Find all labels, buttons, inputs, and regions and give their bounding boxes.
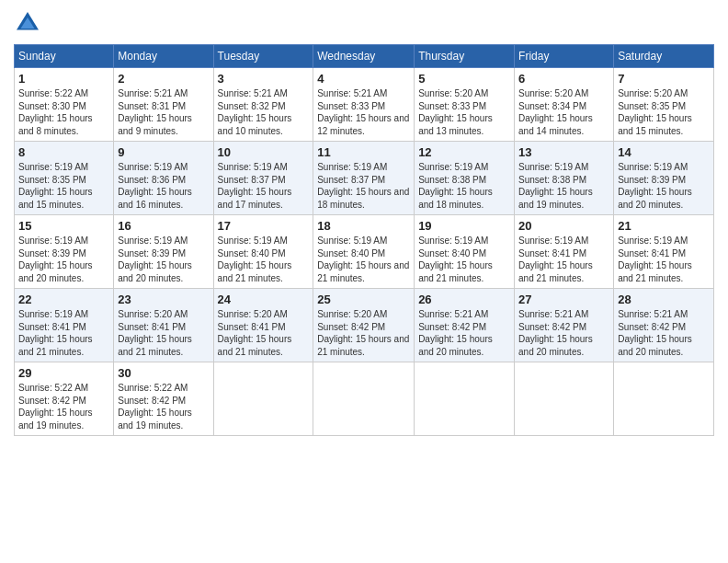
calendar-cell: 9 Sunrise: 5:19 AM Sunset: 8:36 PM Dayli… bbox=[114, 142, 213, 215]
day-number: 1 bbox=[18, 72, 109, 86]
day-number: 7 bbox=[618, 72, 710, 86]
day-number: 6 bbox=[518, 72, 609, 86]
calendar-cell: 22 Sunrise: 5:19 AM Sunset: 8:41 PM Dayl… bbox=[15, 289, 114, 362]
week-row-4: 22 Sunrise: 5:19 AM Sunset: 8:41 PM Dayl… bbox=[15, 289, 714, 362]
header bbox=[14, 9, 714, 37]
day-info: Sunrise: 5:19 AM Sunset: 8:37 PM Dayligh… bbox=[218, 161, 310, 211]
col-header-monday: Monday bbox=[114, 45, 213, 68]
calendar-cell: 6 Sunrise: 5:20 AM Sunset: 8:34 PM Dayli… bbox=[515, 68, 614, 142]
calendar-table: SundayMondayTuesdayWednesdayThursdayFrid… bbox=[14, 44, 714, 436]
day-number: 4 bbox=[317, 72, 410, 86]
week-row-1: 1 Sunrise: 5:22 AM Sunset: 8:30 PM Dayli… bbox=[15, 68, 714, 142]
day-number: 20 bbox=[518, 219, 609, 233]
day-info: Sunrise: 5:19 AM Sunset: 8:39 PM Dayligh… bbox=[118, 235, 209, 284]
day-info: Sunrise: 5:21 AM Sunset: 8:32 PM Dayligh… bbox=[218, 87, 310, 137]
calendar-cell bbox=[213, 362, 313, 436]
calendar-cell: 24 Sunrise: 5:20 AM Sunset: 8:41 PM Dayl… bbox=[213, 289, 313, 362]
calendar-cell: 10 Sunrise: 5:19 AM Sunset: 8:37 PM Dayl… bbox=[213, 142, 313, 215]
day-info: Sunrise: 5:22 AM Sunset: 8:42 PM Dayligh… bbox=[118, 382, 209, 431]
calendar-cell: 4 Sunrise: 5:21 AM Sunset: 8:33 PM Dayli… bbox=[313, 68, 415, 142]
calendar-cell: 1 Sunrise: 5:22 AM Sunset: 8:30 PM Dayli… bbox=[15, 68, 114, 142]
day-number: 13 bbox=[518, 145, 609, 159]
day-number: 5 bbox=[418, 72, 510, 86]
day-info: Sunrise: 5:21 AM Sunset: 8:42 PM Dayligh… bbox=[618, 308, 710, 358]
day-info: Sunrise: 5:20 AM Sunset: 8:33 PM Dayligh… bbox=[418, 87, 510, 137]
day-info: Sunrise: 5:19 AM Sunset: 8:40 PM Dayligh… bbox=[218, 235, 310, 284]
day-info: Sunrise: 5:19 AM Sunset: 8:40 PM Dayligh… bbox=[418, 235, 510, 284]
calendar-cell: 3 Sunrise: 5:21 AM Sunset: 8:32 PM Dayli… bbox=[213, 68, 313, 142]
day-number: 24 bbox=[218, 293, 310, 306]
calendar-cell bbox=[313, 362, 415, 436]
day-info: Sunrise: 5:19 AM Sunset: 8:36 PM Dayligh… bbox=[118, 161, 209, 211]
calendar-cell: 14 Sunrise: 5:19 AM Sunset: 8:39 PM Dayl… bbox=[614, 142, 714, 215]
calendar-cell: 29 Sunrise: 5:22 AM Sunset: 8:42 PM Dayl… bbox=[15, 362, 114, 436]
day-info: Sunrise: 5:20 AM Sunset: 8:42 PM Dayligh… bbox=[317, 308, 410, 358]
day-number: 17 bbox=[218, 219, 310, 233]
day-info: Sunrise: 5:19 AM Sunset: 8:41 PM Dayligh… bbox=[18, 308, 109, 358]
day-number: 28 bbox=[618, 293, 710, 306]
day-number: 10 bbox=[218, 145, 310, 159]
calendar-cell bbox=[515, 362, 614, 436]
col-header-sunday: Sunday bbox=[15, 45, 114, 68]
day-info: Sunrise: 5:20 AM Sunset: 8:41 PM Dayligh… bbox=[218, 308, 310, 358]
day-number: 21 bbox=[618, 219, 710, 233]
calendar-cell: 19 Sunrise: 5:19 AM Sunset: 8:40 PM Dayl… bbox=[415, 215, 515, 289]
week-row-5: 29 Sunrise: 5:22 AM Sunset: 8:42 PM Dayl… bbox=[15, 362, 714, 436]
day-number: 19 bbox=[418, 219, 510, 233]
page-container: SundayMondayTuesdayWednesdayThursdayFrid… bbox=[0, 0, 728, 563]
day-info: Sunrise: 5:20 AM Sunset: 8:35 PM Dayligh… bbox=[618, 87, 710, 137]
col-header-tuesday: Tuesday bbox=[213, 45, 313, 68]
day-info: Sunrise: 5:19 AM Sunset: 8:38 PM Dayligh… bbox=[518, 161, 609, 211]
day-info: Sunrise: 5:20 AM Sunset: 8:41 PM Dayligh… bbox=[118, 308, 209, 358]
day-number: 26 bbox=[418, 293, 510, 306]
day-info: Sunrise: 5:19 AM Sunset: 8:38 PM Dayligh… bbox=[418, 161, 510, 211]
day-info: Sunrise: 5:19 AM Sunset: 8:39 PM Dayligh… bbox=[618, 161, 710, 211]
calendar-cell: 30 Sunrise: 5:22 AM Sunset: 8:42 PM Dayl… bbox=[114, 362, 213, 436]
day-number: 12 bbox=[418, 145, 510, 159]
calendar-cell: 28 Sunrise: 5:21 AM Sunset: 8:42 PM Dayl… bbox=[614, 289, 714, 362]
day-number: 16 bbox=[118, 219, 209, 233]
calendar-cell: 15 Sunrise: 5:19 AM Sunset: 8:39 PM Dayl… bbox=[15, 215, 114, 289]
calendar-cell: 27 Sunrise: 5:21 AM Sunset: 8:42 PM Dayl… bbox=[515, 289, 614, 362]
day-info: Sunrise: 5:22 AM Sunset: 8:30 PM Dayligh… bbox=[18, 87, 109, 137]
day-number: 25 bbox=[317, 293, 410, 306]
calendar-cell: 25 Sunrise: 5:20 AM Sunset: 8:42 PM Dayl… bbox=[313, 289, 415, 362]
day-number: 22 bbox=[18, 293, 109, 306]
col-header-saturday: Saturday bbox=[614, 45, 714, 68]
day-number: 9 bbox=[118, 145, 209, 159]
calendar-cell: 13 Sunrise: 5:19 AM Sunset: 8:38 PM Dayl… bbox=[515, 142, 614, 215]
day-info: Sunrise: 5:19 AM Sunset: 8:39 PM Dayligh… bbox=[18, 235, 109, 284]
header-row: SundayMondayTuesdayWednesdayThursdayFrid… bbox=[15, 45, 714, 68]
day-number: 29 bbox=[18, 366, 109, 380]
calendar-cell: 18 Sunrise: 5:19 AM Sunset: 8:40 PM Dayl… bbox=[313, 215, 415, 289]
day-number: 27 bbox=[518, 293, 609, 306]
col-header-friday: Friday bbox=[515, 45, 614, 68]
calendar-cell bbox=[614, 362, 714, 436]
calendar-cell: 5 Sunrise: 5:20 AM Sunset: 8:33 PM Dayli… bbox=[415, 68, 515, 142]
day-number: 23 bbox=[118, 293, 209, 306]
calendar-cell: 11 Sunrise: 5:19 AM Sunset: 8:37 PM Dayl… bbox=[313, 142, 415, 215]
day-number: 2 bbox=[118, 72, 209, 86]
day-info: Sunrise: 5:19 AM Sunset: 8:40 PM Dayligh… bbox=[317, 235, 410, 284]
week-row-3: 15 Sunrise: 5:19 AM Sunset: 8:39 PM Dayl… bbox=[15, 215, 714, 289]
calendar-cell: 2 Sunrise: 5:21 AM Sunset: 8:31 PM Dayli… bbox=[114, 68, 213, 142]
day-info: Sunrise: 5:20 AM Sunset: 8:34 PM Dayligh… bbox=[518, 87, 609, 137]
day-info: Sunrise: 5:19 AM Sunset: 8:35 PM Dayligh… bbox=[18, 161, 109, 211]
day-number: 15 bbox=[18, 219, 109, 233]
day-info: Sunrise: 5:21 AM Sunset: 8:42 PM Dayligh… bbox=[418, 308, 510, 358]
day-info: Sunrise: 5:22 AM Sunset: 8:42 PM Dayligh… bbox=[18, 382, 109, 431]
calendar-cell: 8 Sunrise: 5:19 AM Sunset: 8:35 PM Dayli… bbox=[15, 142, 114, 215]
calendar-cell: 21 Sunrise: 5:19 AM Sunset: 8:41 PM Dayl… bbox=[614, 215, 714, 289]
day-number: 30 bbox=[118, 366, 209, 380]
logo bbox=[14, 9, 45, 37]
calendar-cell: 12 Sunrise: 5:19 AM Sunset: 8:38 PM Dayl… bbox=[415, 142, 515, 215]
col-header-wednesday: Wednesday bbox=[313, 45, 415, 68]
day-number: 14 bbox=[618, 145, 710, 159]
day-info: Sunrise: 5:19 AM Sunset: 8:41 PM Dayligh… bbox=[518, 235, 609, 284]
day-info: Sunrise: 5:19 AM Sunset: 8:37 PM Dayligh… bbox=[317, 161, 410, 211]
day-info: Sunrise: 5:21 AM Sunset: 8:31 PM Dayligh… bbox=[118, 87, 209, 137]
day-info: Sunrise: 5:19 AM Sunset: 8:41 PM Dayligh… bbox=[618, 235, 710, 284]
calendar-cell: 20 Sunrise: 5:19 AM Sunset: 8:41 PM Dayl… bbox=[515, 215, 614, 289]
calendar-cell: 23 Sunrise: 5:20 AM Sunset: 8:41 PM Dayl… bbox=[114, 289, 213, 362]
col-header-thursday: Thursday bbox=[415, 45, 515, 68]
